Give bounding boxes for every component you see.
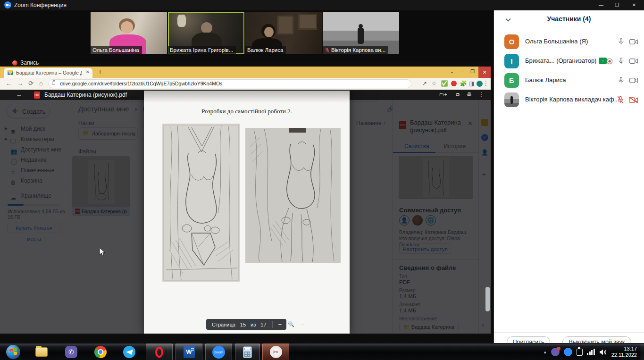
avatar: О xyxy=(504,34,519,49)
participant-name: Вікторія Карпова викладач каф... xyxy=(525,96,619,103)
zoom-out-button[interactable]: − xyxy=(278,321,282,328)
camera-icon[interactable] xyxy=(629,58,638,64)
forward-icon[interactable]: → xyxy=(17,80,23,87)
print-icon[interactable]: 🖶 xyxy=(467,92,472,97)
bookmark-star-icon[interactable]: ☆ xyxy=(430,80,438,87)
browser-minimize-button[interactable]: — xyxy=(459,68,464,74)
participant-row[interactable]: О Ольга Большаніна (Я) xyxy=(494,32,644,51)
taskbar-zoom-active[interactable]: zoom xyxy=(205,343,232,360)
taskbar-chrome[interactable] xyxy=(88,343,113,360)
page-current[interactable]: 15 xyxy=(240,322,246,327)
video-tile-1[interactable]: Ольга Большаніна xyxy=(91,12,167,54)
snipping-tool-icon: ✂ xyxy=(270,346,282,358)
taskbar-calculator-active[interactable] xyxy=(235,343,260,360)
share-icon[interactable]: ↗ xyxy=(421,80,428,87)
lock-icon xyxy=(52,82,55,84)
browser-close-button[interactable]: ✕ xyxy=(478,67,491,78)
camera-icon[interactable] xyxy=(629,39,638,45)
tray-expand-icon[interactable]: ▲ xyxy=(543,350,547,354)
tray-network-icon[interactable] xyxy=(587,349,595,355)
side-panel-icon[interactable]: ◨ xyxy=(468,80,476,87)
mic-muted-icon[interactable] xyxy=(617,96,624,104)
browser-restore-button[interactable]: ❐ xyxy=(470,69,475,74)
pdf-back-icon[interactable]: ← xyxy=(16,91,22,98)
video-tile-4[interactable]: Вікторія Карпова ви... xyxy=(323,12,399,54)
browser-menu-chevron-icon[interactable]: ⌄ xyxy=(450,69,454,74)
browser-urlbar: ← → ⟳ ⌂ drive.google.com/drive/folders/1… xyxy=(0,78,491,90)
video-name-label: Вікторія Карпова ви... xyxy=(323,46,388,54)
zoom-minimize-button[interactable]: — xyxy=(595,1,607,9)
pdf-icon: PDF xyxy=(34,92,40,99)
background-lamp xyxy=(177,15,186,27)
picture-frame xyxy=(277,16,293,34)
adblock-extension-icon[interactable] xyxy=(450,80,458,87)
zoom-titlebar: Zoom Конференция — ❐ ✕ xyxy=(0,0,644,10)
clock-time: 13:17 xyxy=(611,346,637,352)
extensions-puzzle-icon[interactable]: 🧩 xyxy=(460,80,467,87)
mic-icon[interactable] xyxy=(618,76,625,84)
new-tab-button[interactable]: + xyxy=(98,68,102,75)
tab-close-icon[interactable]: ✕ xyxy=(86,69,90,75)
tray-volume-icon[interactable] xyxy=(599,349,607,356)
zoom-restore-button[interactable]: ❐ xyxy=(611,1,623,9)
zoom-logo-icon xyxy=(4,1,11,8)
taskbar-snipping-tool-active[interactable]: ✂ xyxy=(262,343,289,360)
drive-favicon xyxy=(8,70,13,75)
home-icon[interactable]: ⌂ xyxy=(39,80,43,87)
tray-zoom-icon[interactable] xyxy=(564,348,572,356)
video-name-label: Балюк Лариса xyxy=(245,46,286,54)
picture-frame xyxy=(298,14,317,30)
participants-title: Участники (4) xyxy=(494,15,644,23)
zoom-close-button[interactable]: ✕ xyxy=(628,1,640,9)
participant-name: Балюк Лариса xyxy=(525,76,566,84)
participants-panel: Участники (4) О Ольга Большаніна (Я) І Б… xyxy=(493,10,644,343)
pager-label: Страница xyxy=(212,322,235,327)
recording-label: Запись xyxy=(20,59,39,66)
tray-action-center-icon[interactable] xyxy=(577,349,583,356)
zoom-in-button[interactable]: + xyxy=(301,321,304,328)
mic-icon[interactable] xyxy=(618,57,625,65)
recording-status-icon xyxy=(606,58,613,65)
browser-tabbar: Бардаш Катерина – Google Дис ✕ + ⌄ — ❐ ✕ xyxy=(0,67,491,78)
recording-indicator[interactable]: Запись xyxy=(12,59,39,66)
video-tile-2-active-speaker[interactable]: Брижата Ірина Григорів... xyxy=(168,12,244,54)
browser-tab[interactable]: Бардаш Катерина – Google Дис ✕ xyxy=(4,68,92,78)
taskbar-file-explorer[interactable] xyxy=(29,343,54,360)
tray-viber-icon[interactable] xyxy=(551,348,560,356)
pdf-document-page[interactable]: Розробки до самостійної роботи 2. xyxy=(144,91,350,334)
camera-muted-icon[interactable] xyxy=(629,97,638,103)
participant-row-host[interactable]: І Брижата... (Организатор)↑ xyxy=(494,51,644,71)
taskbar: ✆ W zoom ✂ ▲ xyxy=(0,343,644,360)
taskbar-opera-active[interactable] xyxy=(146,343,173,360)
add-to-drive-icon[interactable]: 🗀+ xyxy=(439,92,447,97)
shield-extension-icon[interactable]: ✅ xyxy=(441,80,448,87)
document-title: Розробки до самостійної роботи 2. xyxy=(144,108,350,115)
participant-body xyxy=(358,28,364,44)
host-badge-icon: ↑ xyxy=(599,58,607,64)
taskbar-clock[interactable]: 13:17 22.11.2022 xyxy=(611,346,641,358)
taskbar-telegram[interactable] xyxy=(117,343,142,360)
participants-footer: Пригласить Выключить мой звук xyxy=(494,332,644,337)
telegram-icon xyxy=(123,346,135,358)
word-icon: W xyxy=(184,346,195,358)
video-tile-3[interactable]: Балюк Лариса xyxy=(245,12,322,54)
pdf-more-icon[interactable]: ⋮ xyxy=(478,91,484,98)
participant-row-muted[interactable]: Вікторія Карпова викладач каф... xyxy=(494,90,644,109)
mic-icon[interactable] xyxy=(618,38,625,46)
open-new-window-icon[interactable]: ⧉ xyxy=(456,92,460,98)
calculator-icon xyxy=(243,346,252,358)
back-icon[interactable]: ← xyxy=(6,80,12,87)
taskbar-viber[interactable]: ✆ xyxy=(59,343,84,360)
browser-menu-icon[interactable]: ⋮ xyxy=(482,80,490,87)
taskbar-word-active[interactable]: W xyxy=(176,343,202,360)
address-bar[interactable]: drive.google.com/drive/folders/1fztozbU1… xyxy=(48,79,411,88)
pdf-scrollbar-thumb[interactable] xyxy=(485,287,490,311)
start-button[interactable] xyxy=(1,343,25,360)
video-strip: Ольга Большаніна Брижата Ірина Григорів.… xyxy=(0,10,493,61)
participant-row[interactable]: Б Балюк Лариса xyxy=(494,71,644,90)
pdf-pager: Страница 15 из 17 − 🔍 + xyxy=(206,319,286,330)
reload-icon[interactable]: ⟳ xyxy=(28,80,33,87)
show-desktop-button[interactable] xyxy=(641,343,644,360)
zoom-magnifier-icon[interactable]: 🔍 xyxy=(288,321,294,327)
camera-icon[interactable] xyxy=(629,77,638,84)
